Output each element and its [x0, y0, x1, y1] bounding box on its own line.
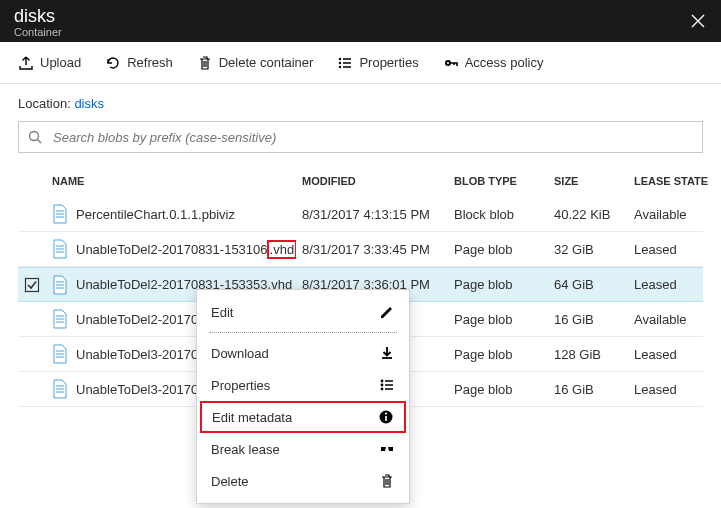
- svg-point-7: [381, 380, 384, 383]
- menu-separator: [209, 332, 397, 333]
- search-icon: [27, 129, 43, 145]
- svg-point-4: [447, 61, 449, 63]
- cell-size: 16 GiB: [548, 312, 628, 327]
- svg-point-12: [385, 413, 387, 415]
- cell-lease: Leased: [628, 277, 718, 292]
- cell-size: 32 GiB: [548, 242, 628, 257]
- cell-type: Page blob: [448, 242, 548, 257]
- location-bar: Location: disks: [0, 84, 721, 121]
- upload-button[interactable]: Upload: [8, 46, 91, 80]
- toolbar: Upload Refresh Delete container Properti…: [0, 42, 721, 84]
- file-icon: [52, 309, 68, 329]
- menu-edit-metadata[interactable]: Edit metadata: [200, 401, 406, 433]
- cell-size: 16 GiB: [548, 382, 628, 397]
- cell-type: Page blob: [448, 312, 548, 327]
- cell-lease: Leased: [628, 242, 718, 257]
- menu-editmeta-label: Edit metadata: [212, 410, 292, 425]
- trash-icon: [197, 55, 213, 71]
- svg-point-9: [381, 388, 384, 391]
- cell-size: 64 GiB: [548, 277, 628, 292]
- menu-properties-label: Properties: [211, 378, 270, 393]
- break-icon: [379, 441, 395, 457]
- properties-label: Properties: [359, 55, 418, 70]
- file-icon: [52, 379, 68, 399]
- menu-download-label: Download: [211, 346, 269, 361]
- download-icon: [379, 345, 395, 361]
- col-lease[interactable]: LEASE STATE: [628, 175, 718, 187]
- cell-size: 40.22 KiB: [548, 207, 628, 222]
- svg-point-1: [339, 61, 341, 63]
- info-icon: [378, 409, 394, 425]
- trash-icon: [379, 473, 395, 489]
- file-name: UnableToDel2-20170: [76, 312, 198, 327]
- refresh-button[interactable]: Refresh: [95, 46, 183, 80]
- refresh-icon: [105, 55, 121, 71]
- menu-properties[interactable]: Properties: [201, 369, 405, 401]
- highlight-extension: .vhd: [267, 240, 296, 259]
- grid-row[interactable]: PercentileChart.0.1.1.pbiviz 8/31/2017 4…: [18, 197, 703, 232]
- svg-rect-6: [26, 278, 39, 291]
- key-icon: [443, 55, 459, 71]
- file-icon: [52, 344, 68, 364]
- delete-container-label: Delete container: [219, 55, 314, 70]
- upload-icon: [18, 55, 34, 71]
- delete-container-button[interactable]: Delete container: [187, 46, 324, 80]
- svg-point-2: [339, 65, 341, 67]
- upload-label: Upload: [40, 55, 81, 70]
- pencil-icon: [379, 304, 395, 320]
- svg-point-0: [339, 57, 341, 59]
- access-policy-label: Access policy: [465, 55, 544, 70]
- blade-subtitle: Container: [14, 26, 707, 38]
- menu-delete[interactable]: Delete: [201, 465, 405, 497]
- search-box[interactable]: [18, 121, 703, 153]
- cell-type: Block blob: [448, 207, 548, 222]
- col-blobtype[interactable]: BLOB TYPE: [448, 175, 548, 187]
- cell-lease: Leased: [628, 347, 718, 362]
- svg-rect-11: [385, 416, 387, 421]
- location-link[interactable]: disks: [74, 96, 104, 111]
- properties-icon: [337, 55, 353, 71]
- blade-header: disks Container: [0, 0, 721, 42]
- cell-lease: Leased: [628, 382, 718, 397]
- menu-delete-label: Delete: [211, 474, 249, 489]
- col-name[interactable]: NAME: [46, 175, 296, 187]
- access-policy-button[interactable]: Access policy: [433, 46, 554, 80]
- list-icon: [379, 377, 395, 393]
- col-size[interactable]: SIZE: [548, 175, 628, 187]
- file-icon: [52, 275, 68, 295]
- row-checkbox[interactable]: [18, 277, 46, 293]
- cell-type: Page blob: [448, 382, 548, 397]
- file-name: UnableToDel2-20170831-153106.vhd: [76, 242, 296, 257]
- cell-type: Page blob: [448, 347, 548, 362]
- context-menu: Edit Download Properties Edit metadata B…: [196, 289, 410, 504]
- file-icon: [52, 239, 68, 259]
- cell-type: Page blob: [448, 277, 548, 292]
- menu-edit[interactable]: Edit: [201, 296, 405, 328]
- svg-point-5: [30, 132, 39, 141]
- location-label: Location:: [18, 96, 71, 111]
- svg-point-8: [381, 384, 384, 387]
- menu-breaklease-label: Break lease: [211, 442, 280, 457]
- file-icon: [52, 204, 68, 224]
- blade-title: disks: [14, 6, 707, 26]
- check-icon: [24, 277, 40, 293]
- close-button[interactable]: [685, 8, 711, 34]
- cell-modified: 8/31/2017 3:33:45 PM: [296, 242, 448, 257]
- file-name: PercentileChart.0.1.1.pbiviz: [76, 207, 235, 222]
- cell-lease: Available: [628, 207, 718, 222]
- cell-modified: 8/31/2017 4:13:15 PM: [296, 207, 448, 222]
- col-modified[interactable]: MODIFIED: [296, 175, 448, 187]
- menu-edit-label: Edit: [211, 305, 233, 320]
- file-name: UnableToDel3-20170: [76, 382, 198, 397]
- menu-break-lease[interactable]: Break lease: [201, 433, 405, 465]
- properties-button[interactable]: Properties: [327, 46, 428, 80]
- search-input[interactable]: [51, 129, 694, 146]
- cell-lease: Available: [628, 312, 718, 327]
- file-name: UnableToDel3-20170: [76, 347, 198, 362]
- close-icon: [691, 14, 705, 28]
- menu-download[interactable]: Download: [201, 337, 405, 369]
- grid-header: NAME MODIFIED BLOB TYPE SIZE LEASE STATE: [18, 165, 703, 197]
- cell-size: 128 GiB: [548, 347, 628, 362]
- refresh-label: Refresh: [127, 55, 173, 70]
- grid-row[interactable]: UnableToDel2-20170831-153106.vhd 8/31/20…: [18, 232, 703, 267]
